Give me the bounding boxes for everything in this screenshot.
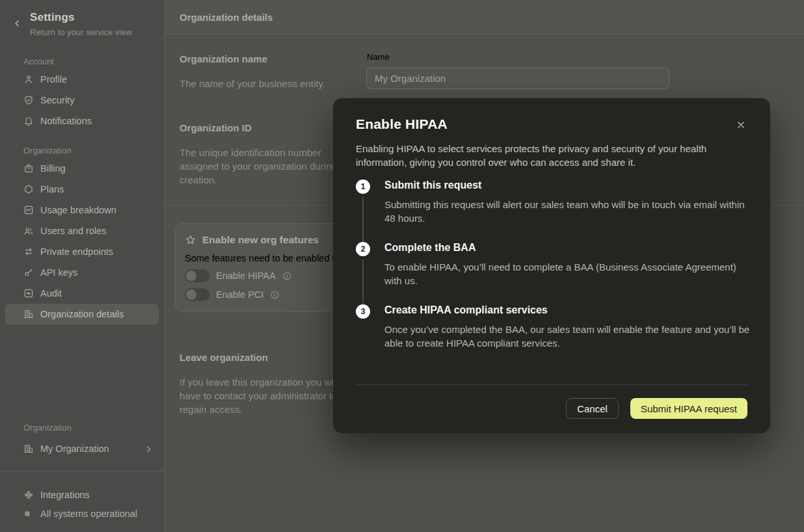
endpoints-icon (23, 246, 34, 257)
org-name-input[interactable] (366, 68, 669, 89)
sidebar-item-profile[interactable]: Profile (5, 69, 159, 90)
integrations-label: Integrations (40, 490, 90, 500)
step-number-badge: 3 (356, 304, 370, 319)
sidebar-item-label: Private endpoints (40, 246, 113, 257)
sidebar-item-label: Audit (40, 288, 62, 299)
sidebar-footer-divider (0, 471, 164, 472)
step-description: Once you’ve completed the BAA, our sales… (384, 323, 752, 350)
features-card-title: Enable new org features (202, 234, 319, 246)
toggle-knob (186, 271, 196, 281)
step-title: Create HIPAA compliant services (384, 304, 747, 316)
key-icon (23, 267, 34, 278)
step-number-badge: 2 (356, 242, 370, 256)
info-icon[interactable] (282, 271, 292, 281)
puzzle-icon (23, 490, 34, 500)
sidebar-item-label: Organization details (40, 309, 124, 319)
step-create-services: 3 Create HIPAA compliant services Once y… (356, 304, 747, 367)
toggle-knob (186, 289, 196, 300)
sidebar-footer: Organization My Organization Integration… (0, 416, 164, 532)
back-button[interactable] (13, 18, 23, 29)
org-switcher[interactable]: My Organization (5, 438, 153, 459)
status-dot-icon (25, 511, 30, 516)
main-header: Organization details (165, 0, 804, 34)
step-description: Submitting this request will alert our s… (384, 198, 752, 225)
sidebar-item-label: Security (40, 95, 74, 105)
enable-hipaa-toggle[interactable] (185, 269, 209, 282)
cancel-button[interactable]: Cancel (566, 398, 619, 419)
org-name-description: The name of your business entity. (180, 77, 355, 90)
sidebar-item-label: Billing (40, 163, 66, 174)
sidebar-item-label: Plans (40, 184, 64, 194)
enable-hipaa-label: Enable HIPAA (216, 271, 276, 281)
section-label-account: Account (23, 57, 164, 66)
step-submit-request: 1 Submit this request Submitting this re… (356, 180, 747, 242)
hipaa-steps: 1 Submit this request Submitting this re… (356, 180, 747, 367)
modal-description: Enabling HIPAA to select services protec… (356, 142, 746, 169)
sidebar-item-usage-breakdown[interactable]: Usage breakdown (5, 200, 159, 220)
billing-icon (23, 163, 34, 174)
building-icon (23, 444, 34, 454)
system-status[interactable]: All systems operational (5, 504, 159, 524)
settings-subtitle: Return to your service view (30, 27, 164, 37)
modal-footer: Cancel Submit HIPAA request (566, 398, 747, 419)
building-icon (23, 309, 34, 319)
sidebar-item-label: Users and roles (40, 226, 107, 236)
modal-close-button[interactable] (734, 118, 748, 132)
org-switcher-label: My Organization (40, 444, 144, 454)
sidebar-item-security[interactable]: Security (5, 90, 159, 111)
sidebar-item-organization-details[interactable]: Organization details (5, 304, 159, 325)
plans-icon (23, 184, 34, 194)
sidebar-item-label: Notifications (40, 116, 92, 126)
users-icon (23, 226, 34, 236)
enable-hipaa-modal: Enable HIPAA Enabling HIPAA to select se… (333, 98, 770, 433)
enable-pci-label: Enable PCI (216, 289, 263, 300)
sidebar-header: Settings Return to your service view (0, 0, 164, 37)
org-id-description: The unique identification number assigne… (180, 146, 347, 187)
org-name-heading: Organization name (180, 53, 267, 64)
star-icon (185, 234, 196, 246)
section-label-organization: Organization (23, 146, 164, 155)
sidebar-item-label: Profile (40, 74, 67, 85)
shield-icon (23, 95, 34, 105)
sidebar-item-label: Usage breakdown (40, 205, 116, 215)
sidebar-item-integrations[interactable]: Integrations (5, 485, 159, 505)
status-label: All systems operational (40, 509, 137, 519)
settings-title: Settings (30, 11, 164, 24)
chevron-right-icon (144, 445, 153, 453)
close-icon (736, 120, 745, 129)
step-title: Submit this request (384, 180, 747, 191)
sidebar-item-notifications[interactable]: Notifications (5, 111, 159, 131)
sidebar-item-plans[interactable]: Plans (5, 179, 159, 200)
user-icon (23, 74, 34, 85)
step-number-badge: 1 (356, 180, 370, 194)
step-complete-baa: 2 Complete the BAA To enable HIPAA, you’… (356, 242, 747, 304)
sidebar-item-audit[interactable]: Audit (5, 283, 159, 304)
chevron-left-icon (13, 19, 22, 28)
sidebar: Settings Return to your service view Acc… (0, 0, 165, 532)
sidebar-item-billing[interactable]: Billing (5, 158, 159, 179)
bell-icon (23, 116, 34, 126)
usage-icon (23, 205, 34, 215)
section-label-organization-footer: Organization (23, 423, 72, 432)
leave-org-description: If you leave this organization you will … (180, 375, 350, 416)
name-field-label: Name (367, 52, 390, 62)
sidebar-item-label: API keys (40, 267, 77, 278)
submit-hipaa-request-button[interactable]: Submit HIPAA request (630, 398, 747, 419)
org-id-heading: Organization ID (180, 122, 252, 133)
step-title: Complete the BAA (384, 242, 747, 254)
page-title: Organization details (180, 12, 273, 23)
sidebar-item-users-and-roles[interactable]: Users and roles (5, 220, 159, 241)
step-description: To enable HIPAA, you’ll need to complete… (384, 260, 752, 287)
sidebar-item-api-keys[interactable]: API keys (5, 262, 159, 283)
audit-icon (23, 288, 34, 299)
modal-footer-divider (356, 384, 747, 385)
enable-pci-toggle[interactable] (185, 288, 209, 301)
sidebar-item-private-endpoints[interactable]: Private endpoints (5, 241, 159, 262)
modal-title: Enable HIPAA (356, 116, 747, 132)
leave-org-heading: Leave organization (180, 352, 268, 363)
info-icon[interactable] (270, 290, 280, 300)
